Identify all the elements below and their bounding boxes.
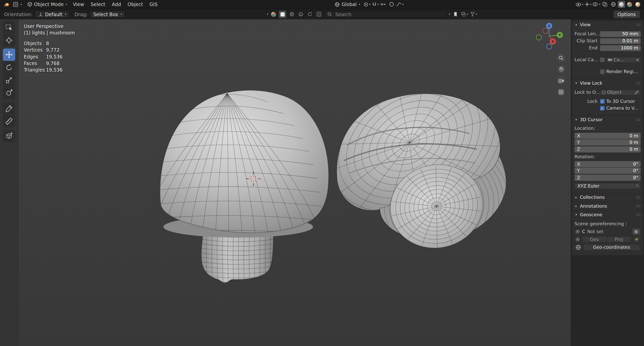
display-solid-toggle[interactable]: [279, 11, 286, 18]
zoom-button[interactable]: [557, 54, 565, 62]
camera-to-view-checkbox[interactable]: ✓: [600, 106, 604, 111]
search-input[interactable]: [334, 11, 444, 17]
panel-geoscene-header[interactable]: ▾ Geoscene: [572, 211, 643, 219]
axis-neg-y-ball[interactable]: [536, 35, 541, 40]
chevron-down-icon: ▾: [636, 184, 638, 187]
cursor-rotation-x-field[interactable]: X 0°: [574, 161, 641, 167]
panel-collections-header[interactable]: ▸ Collections: [572, 193, 643, 202]
tool-measure[interactable]: [3, 115, 15, 128]
lock-to-object-field[interactable]: Object: [600, 89, 640, 95]
proj-button[interactable]: Proj: [607, 236, 631, 242]
cursor-rotation-y-field[interactable]: Y 0°: [574, 168, 641, 174]
ortho-toggle-button[interactable]: [557, 88, 565, 96]
tool-annotate[interactable]: [3, 102, 15, 115]
axis-gizmo[interactable]: Z Y X: [534, 20, 564, 52]
axis-neg-z-ball[interactable]: [547, 44, 552, 49]
panel-annotations-header[interactable]: ▸ Annotations: [572, 202, 643, 210]
axis-letter: Z: [577, 175, 580, 180]
tool-add-cube[interactable]: [3, 130, 15, 142]
mode-selector[interactable]: Object Mode ▾: [25, 1, 69, 8]
menu-object[interactable]: Object: [125, 1, 146, 8]
cursor-location-z-field[interactable]: Z 0 m: [574, 146, 641, 152]
menu-select[interactable]: Select: [88, 1, 108, 8]
xray-toggle[interactable]: [601, 1, 608, 8]
axis-neg-x-ball[interactable]: [543, 28, 548, 34]
menu-gis[interactable]: GIS: [147, 1, 160, 8]
globe-icon[interactable]: [575, 244, 581, 250]
local-camera-checkbox[interactable]: [600, 57, 604, 62]
to-3d-cursor-checkbox[interactable]: ✓: [600, 99, 604, 104]
snap-target-button[interactable]: [380, 1, 387, 8]
rotation-mode-select[interactable]: XYZ Euler ▾: [574, 183, 641, 189]
radio-icon[interactable]: [575, 237, 580, 242]
panel-drag-handle[interactable]: [636, 23, 641, 26]
overlays-dropdown[interactable]: ▾: [592, 1, 600, 8]
add-crs-button[interactable]: +: [633, 236, 640, 242]
panel-3d-cursor-header[interactable]: ▾ 3D Cursor: [572, 115, 643, 124]
drag-setting-select[interactable]: Select Box ▾: [90, 11, 125, 18]
search-options-chevron-icon[interactable]: ▾: [449, 13, 450, 16]
drag-setting-label: Drag:: [75, 11, 88, 17]
collapse-chevron-icon[interactable]: ▾: [267, 13, 268, 16]
eyedropper-icon[interactable]: [634, 90, 639, 95]
gizmos-dropdown[interactable]: ▾: [584, 1, 592, 8]
shading-rendered-button[interactable]: [634, 1, 641, 8]
blender-logo-icon[interactable]: [3, 1, 10, 8]
pivot-point-selector[interactable]: ▾: [363, 1, 370, 8]
solid-sphere-icon: [619, 2, 624, 7]
clip-start-field[interactable]: 0.01 m: [600, 38, 640, 44]
clear-icon[interactable]: ✕: [636, 58, 639, 62]
viewport-canvas[interactable]: [18, 19, 571, 346]
refresh-toggle[interactable]: [306, 11, 314, 18]
chevron-down-icon: ▾: [369, 3, 371, 6]
shading-solid-button[interactable]: [618, 1, 625, 8]
menu-add[interactable]: Add: [109, 1, 124, 8]
snap-toggle[interactable]: ▾: [371, 1, 379, 8]
basemap-preview-button[interactable]: [270, 11, 277, 18]
panel-drag-handle[interactable]: [636, 196, 641, 199]
shading-material-button[interactable]: [626, 1, 633, 8]
menu-view[interactable]: View: [70, 1, 87, 8]
cursor-location-y-field[interactable]: Y 0 m: [574, 139, 641, 145]
tool-select-box[interactable]: [3, 21, 15, 34]
viewport[interactable]: User Perspective (1) lights | mushroom O…: [18, 19, 571, 346]
bookmark-button[interactable]: [452, 11, 459, 18]
globe-toggle[interactable]: [288, 11, 295, 18]
clip-end-field[interactable]: 1000 m: [600, 45, 640, 51]
orientation-setting-select[interactable]: Default ▾: [35, 11, 70, 18]
tool-transform[interactable]: [3, 87, 15, 99]
sphere-toggle[interactable]: [297, 11, 304, 18]
render-region-checkbox[interactable]: [600, 70, 604, 74]
geo-coordinates-button[interactable]: Geo-coordinates: [583, 244, 640, 250]
radio-icon[interactable]: [575, 229, 580, 234]
panel-drag-handle[interactable]: [636, 205, 641, 207]
display-options-button[interactable]: ▾: [461, 11, 468, 18]
cursor-rotation-z-field[interactable]: Z 0°: [574, 174, 641, 180]
panel-drag-handle[interactable]: [636, 118, 641, 121]
cursor-location-x-field[interactable]: X 0 m: [574, 133, 641, 139]
panel-drag-handle[interactable]: [636, 213, 641, 216]
camera-view-button[interactable]: [557, 76, 565, 85]
focal-length-field[interactable]: 50 mm: [600, 31, 640, 37]
tool-move[interactable]: [3, 48, 15, 61]
falloff-selector[interactable]: ▾: [396, 1, 404, 8]
crs-settings-button[interactable]: [632, 229, 640, 235]
panel-drag-handle[interactable]: [636, 82, 641, 84]
tool-cursor[interactable]: [3, 34, 15, 46]
proportional-editing-toggle[interactable]: [388, 1, 395, 8]
geo-button[interactable]: Geo: [582, 236, 607, 242]
grid-toggle[interactable]: [315, 11, 322, 18]
tool-rotate[interactable]: [3, 61, 15, 74]
show-gizmo-toggle[interactable]: ▾: [575, 1, 584, 8]
tool-scale[interactable]: [3, 74, 15, 86]
pan-button[interactable]: [557, 65, 565, 73]
editor-type-selector[interactable]: ▾: [11, 1, 24, 8]
shading-wireframe-button[interactable]: [609, 1, 617, 8]
filter-button[interactable]: ▾: [470, 11, 477, 18]
overlays-icon: [592, 2, 598, 7]
transform-orientation-selector[interactable]: Global ▾: [332, 1, 362, 8]
local-camera-field[interactable]: Ca... ✕: [606, 57, 641, 63]
panel-view-header[interactable]: ▾ View: [572, 21, 643, 29]
panel-view-lock-header[interactable]: ▾ View Lock: [572, 79, 643, 87]
options-button[interactable]: Options: [614, 11, 640, 18]
